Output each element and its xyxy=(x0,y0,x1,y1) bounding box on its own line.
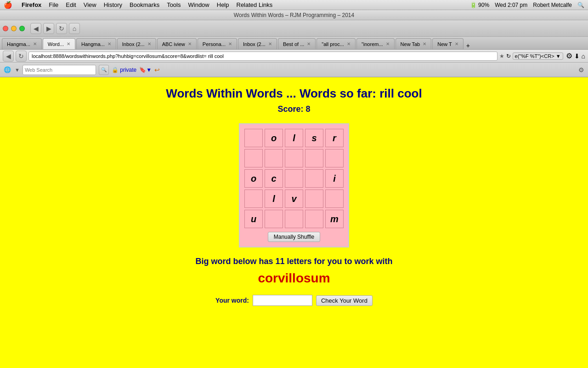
tab-close-1[interactable]: ✕ xyxy=(33,41,37,46)
menu-bookmarks[interactable]: Bookmarks xyxy=(130,1,159,8)
letter-cell-0-3[interactable]: s xyxy=(305,129,323,147)
back-button[interactable]: ◀ xyxy=(30,23,41,34)
reload-button[interactable]: ↻ xyxy=(56,23,67,34)
game-score: Score: 8 xyxy=(277,104,310,114)
search-icon[interactable]: 🔍 xyxy=(577,2,584,8)
history-icon[interactable]: ↩ xyxy=(154,66,160,74)
letter-cell-4-3 xyxy=(305,210,323,228)
game-area: Words Within Words ... Words so far: ril… xyxy=(0,77,588,368)
address-refresh-button[interactable]: ↻ xyxy=(16,51,27,62)
letter-cell-4-2 xyxy=(285,210,303,228)
tab-persona[interactable]: Persona...✕ xyxy=(198,38,237,49)
browser-icon: 🌐 xyxy=(4,66,11,73)
letter-cell-2-1[interactable]: c xyxy=(265,169,283,188)
home-button[interactable]: ⌂ xyxy=(69,23,80,34)
username: Robert Metcalfe xyxy=(533,2,572,8)
menu-help[interactable]: Help xyxy=(217,1,229,8)
private-label[interactable]: 🔒 private xyxy=(112,67,136,73)
maximize-button[interactable] xyxy=(19,26,25,31)
download-icon[interactable]: ⬇ xyxy=(574,52,580,60)
tab-bestof[interactable]: Best of ...✕ xyxy=(278,38,316,49)
tab-inbox2[interactable]: Inbox (2...✕ xyxy=(238,38,277,49)
close-button[interactable] xyxy=(3,26,8,31)
bookmarks-icon[interactable]: 🔖▼ xyxy=(139,67,152,73)
mac-menu-bar: 🍎 Firefox File Edit View History Bookmar… xyxy=(0,0,588,10)
letter-cell-2-2 xyxy=(285,169,303,188)
letter-cell-3-1[interactable]: l xyxy=(265,190,283,208)
bookmark-icon[interactable]: ★ xyxy=(499,53,504,59)
letter-cell-0-4[interactable]: r xyxy=(325,129,344,147)
tab-hangma2[interactable]: Hangma...✕ xyxy=(76,38,116,49)
home-icon[interactable]: ⌂ xyxy=(582,52,585,60)
menu-file[interactable]: File xyxy=(49,1,58,8)
search-query-btn[interactable]: e("%F %T")<CR> ▼ xyxy=(513,52,563,60)
letter-cell-1-1 xyxy=(265,149,283,167)
browser-toolbar: ◀ ▶ ↻ ⌂ xyxy=(0,20,588,37)
menu-right-items: 🔋 90% Wed 2:07 pm Robert Metcalfe 🔍 xyxy=(470,2,584,8)
letter-cell-3-2[interactable]: v xyxy=(285,190,303,208)
tab-close-11[interactable]: ✕ xyxy=(423,41,426,46)
tab-close-6[interactable]: ✕ xyxy=(228,41,232,46)
menu-view[interactable]: View xyxy=(84,1,96,8)
tab-close-7[interactable]: ✕ xyxy=(268,41,272,46)
tab-allproc[interactable]: "all proc...✕ xyxy=(317,38,356,49)
search-profile-btn[interactable]: ▼ xyxy=(15,67,20,73)
shuffle-button[interactable]: Manually Shuffle xyxy=(268,232,321,242)
datetime: Wed 2:07 pm xyxy=(495,2,527,8)
letter-cell-1-0 xyxy=(244,149,263,167)
letter-cell-2-3 xyxy=(305,169,323,188)
tab-abc[interactable]: ABC iview✕ xyxy=(157,38,197,49)
menu-history[interactable]: History xyxy=(104,1,122,8)
tab-newt[interactable]: New T✕ xyxy=(432,38,464,49)
new-tab-button[interactable]: + xyxy=(466,42,470,49)
tools-icon[interactable]: ⚙ xyxy=(566,52,572,60)
search-button[interactable]: 🔍 xyxy=(99,65,109,75)
settings-icon[interactable]: ⚙ xyxy=(578,66,584,74)
tab-hangma1[interactable]: Hangma...✕ xyxy=(2,38,42,49)
tab-close-2[interactable]: ✕ xyxy=(67,41,70,46)
letter-cell-0-1[interactable]: o xyxy=(265,129,283,147)
address-input[interactable] xyxy=(28,52,498,61)
browser-title: Words Within Words – RJM Programming – 2… xyxy=(234,12,354,18)
tab-inorem[interactable]: "inorem...✕ xyxy=(356,38,395,49)
refresh-icon[interactable]: ↻ xyxy=(506,53,511,59)
word-input-row: Your word: Check Your Word xyxy=(215,295,373,306)
search-input[interactable] xyxy=(23,65,96,75)
tab-close-8[interactable]: ✕ xyxy=(307,41,311,46)
tab-newtab[interactable]: New Tab✕ xyxy=(396,38,432,49)
forward-button[interactable]: ▶ xyxy=(43,23,54,34)
game-title: Words Within Words ... Words so far: ril… xyxy=(166,86,422,101)
letter-grid-container: olsrocilvum Manually Shuffle xyxy=(239,123,349,247)
letter-cell-4-4[interactable]: m xyxy=(325,210,344,228)
letter-cell-1-4 xyxy=(325,149,344,167)
tab-close-9[interactable]: ✕ xyxy=(347,41,351,46)
tab-close-5[interactable]: ✕ xyxy=(188,41,192,46)
tab-close-12[interactable]: ✕ xyxy=(455,41,458,46)
address-back-button[interactable]: ◀ xyxy=(3,51,14,62)
menu-tools[interactable]: Tools xyxy=(167,1,181,8)
menu-window[interactable]: Window xyxy=(188,1,209,8)
menu-related-links[interactable]: Related Links xyxy=(237,1,273,8)
word-input[interactable] xyxy=(253,295,312,306)
tab-close-10[interactable]: ✕ xyxy=(386,41,390,46)
letter-cell-4-1 xyxy=(265,210,283,228)
letter-cell-1-3 xyxy=(305,149,323,167)
letter-cell-2-0[interactable]: o xyxy=(244,169,263,188)
tab-word[interactable]: Word...✕ xyxy=(43,38,75,49)
letter-cell-4-0[interactable]: u xyxy=(244,210,263,228)
letter-cell-0-2[interactable]: l xyxy=(285,129,303,147)
tab-inbox1[interactable]: Inbox (2...✕ xyxy=(117,38,156,49)
minimize-button[interactable] xyxy=(11,26,17,31)
letter-cell-3-4 xyxy=(325,190,344,208)
settings-icon-container: ⚙ xyxy=(578,66,584,74)
tab-close-4[interactable]: ✕ xyxy=(147,41,151,46)
word-label: Your word: xyxy=(215,297,249,304)
letter-cell-2-4[interactable]: i xyxy=(325,169,344,188)
big-word: corvillosum xyxy=(258,271,330,286)
tab-close-3[interactable]: ✕ xyxy=(107,41,111,46)
menu-firefox[interactable]: Firefox xyxy=(22,1,41,8)
check-word-button[interactable]: Check Your Word xyxy=(316,295,373,306)
letter-grid: olsrocilvum xyxy=(244,129,344,228)
big-word-hint: Big word below has 11 letters for you to… xyxy=(195,257,392,266)
menu-edit[interactable]: Edit xyxy=(66,1,76,8)
